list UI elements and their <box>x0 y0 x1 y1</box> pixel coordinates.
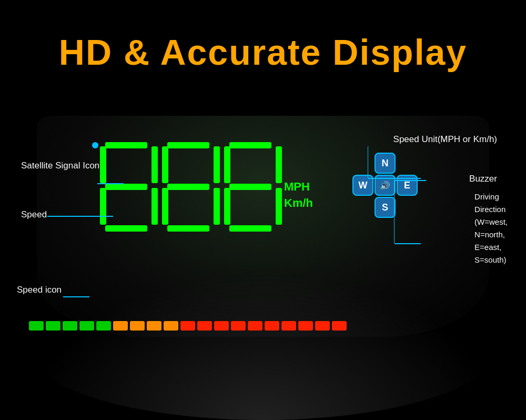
buzzer-label: Buzzer <box>469 174 497 184</box>
speed-bar-segment <box>197 321 212 331</box>
speed-icon-label: Speed icon <box>17 285 62 295</box>
speed-bar <box>29 321 497 331</box>
speed-unit-line-v <box>368 146 369 178</box>
speed-unit-display: MPH Km/h <box>284 179 313 212</box>
speaker-icon: 🔊 <box>380 181 390 191</box>
speed-bar-segment <box>248 321 262 331</box>
compass-empty-br <box>397 197 418 218</box>
buzzer-line-h <box>394 180 426 181</box>
speed-digits <box>100 142 282 232</box>
compass-south: S <box>375 197 396 218</box>
speed-unit-line-h <box>368 178 421 179</box>
satellite-dot <box>92 142 98 148</box>
speed-bar-segment <box>46 321 60 331</box>
speed-bar-segment <box>298 321 313 331</box>
compass-empty-tr <box>397 153 418 174</box>
digit-1 <box>100 142 158 232</box>
digit-3 <box>224 142 282 232</box>
driving-dir-line-h <box>394 243 421 244</box>
speed-bar-segment <box>29 321 44 331</box>
compass-north: N <box>375 153 396 174</box>
driving-direction-label: Driving Direction (W=west, N=north, E=ea… <box>474 191 508 266</box>
speed-line-h <box>47 216 113 217</box>
speed-bar-segment <box>147 321 161 331</box>
compass-widget: N W 🔊 E S <box>352 153 416 216</box>
satellite-signal-label: Satellite Signal Icon <box>21 161 99 171</box>
speed-bar-segment <box>332 321 347 331</box>
speed-bar-segment <box>130 321 145 331</box>
digit-2 <box>162 142 220 232</box>
main-panel: MPH Km/h N W 🔊 E S <box>42 126 484 295</box>
driving-dir-line-v <box>394 180 395 243</box>
compass-empty-tl <box>352 153 373 174</box>
page-title: HD & Accurate Display <box>0 32 526 73</box>
speed-icon-line-h <box>63 296 89 297</box>
speed-unit-label: Speed Unit(MPH or Km/h) <box>393 134 497 145</box>
speed-bar-segment <box>315 321 330 331</box>
speed-label: Speed <box>21 209 47 220</box>
speed-bar-segment <box>63 321 77 331</box>
speed-bar-segment <box>265 321 279 331</box>
speed-bar-segment <box>214 321 229 331</box>
speed-bar-segment <box>164 321 178 331</box>
speed-bar-segment <box>281 321 296 331</box>
speed-bar-segment <box>79 321 94 331</box>
speed-bar-segment <box>113 321 128 331</box>
compass-empty-bl <box>352 197 373 218</box>
speed-bar-segment <box>231 321 246 331</box>
speed-bar-segment <box>96 321 111 331</box>
satellite-signal-line-h <box>97 183 124 184</box>
speed-bar-segment <box>180 321 195 331</box>
light-beam <box>26 273 500 420</box>
